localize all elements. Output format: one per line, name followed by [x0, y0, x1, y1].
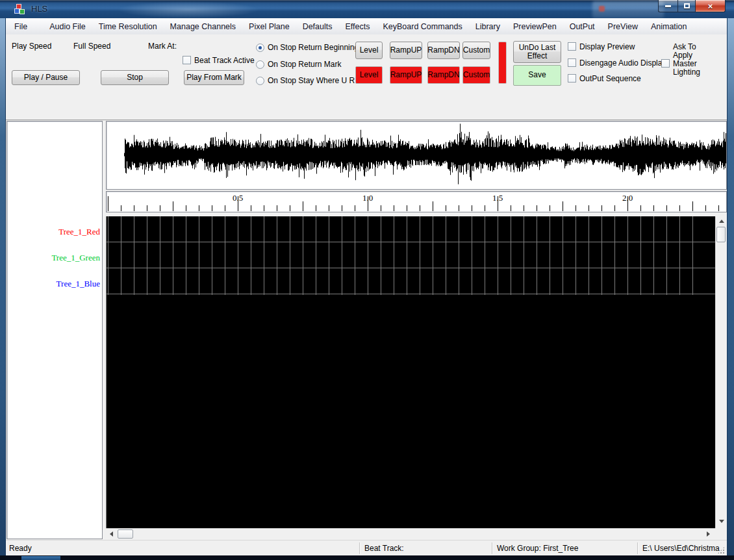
menu-bar: File Audio File Time Resolution Manage C…	[5, 18, 727, 35]
taskbar-strip	[0, 555, 734, 560]
menu-pixel-plane[interactable]: Pixel Plane	[242, 19, 296, 34]
status-work-group: Work Group: First_Tree	[497, 544, 578, 553]
menu-defaults[interactable]: Defaults	[296, 19, 339, 34]
status-separator	[637, 542, 638, 554]
menu-previewpen[interactable]: PreviewPen	[507, 19, 563, 34]
ask-to-apply-master-lighting-checkbox[interactable]	[661, 59, 670, 68]
effect-custom-red-button[interactable]: Custom	[462, 66, 490, 84]
disengage-audio-display-label: Disengage Audio Display	[579, 58, 666, 68]
menu-preview[interactable]: PreView	[601, 19, 644, 34]
channel-name-panel: Tree_1_Red Tree_1_Green Tree_1_Blue	[6, 121, 103, 539]
mark-at-label: Mark At:	[148, 42, 177, 51]
minimize-icon	[665, 5, 671, 7]
status-beat-track: Beat Track:	[364, 544, 404, 553]
channel-label-tree-1-green[interactable]: Tree_1_Green	[9, 253, 100, 263]
maximize-icon	[684, 3, 690, 8]
scroll-left-icon[interactable]	[110, 531, 113, 537]
status-separator	[492, 542, 492, 554]
window-border-left	[0, 18, 6, 555]
transport-toolbar: Play Speed Full Speed Mark At: Play / Pa…	[5, 34, 727, 120]
menu-file[interactable]: File	[8, 19, 34, 34]
close-button[interactable]: ×	[696, 0, 726, 12]
save-button[interactable]: Save	[513, 65, 561, 86]
play-speed-label: Play Speed	[12, 42, 51, 51]
vertical-scrollbar-thumb[interactable]	[716, 227, 726, 242]
background-window-icon	[599, 6, 605, 12]
radio-icon	[256, 44, 264, 52]
output-sequence-label: OutPut Sequence	[579, 74, 641, 83]
undo-last-effect-button[interactable]: UnDo Last Effect	[513, 41, 561, 63]
minimize-button[interactable]	[658, 0, 677, 12]
scroll-right-icon[interactable]	[707, 531, 710, 537]
output-sequence-checkbox[interactable]	[568, 74, 576, 83]
window-border-right	[727, 18, 734, 555]
radio-icon	[256, 60, 264, 69]
effect-rampdn-red-button[interactable]: RampDN	[427, 66, 460, 84]
scroll-down-icon[interactable]	[719, 520, 724, 523]
channel-label-tree-1-red[interactable]: Tree_1_Red	[9, 227, 100, 237]
effect-rampup-red-button[interactable]: RampUP	[390, 66, 422, 84]
status-bar: Ready Beat Track: Work Group: First_Tree…	[5, 540, 727, 556]
effect-rampdn-button[interactable]: RampDN	[427, 42, 460, 59]
status-separator	[359, 542, 360, 554]
play-from-mark-button[interactable]: Play From Mark	[184, 70, 244, 85]
app-icon[interactable]	[14, 4, 25, 15]
play-pause-button[interactable]: Play / Pause	[12, 70, 80, 85]
menu-animation[interactable]: Animation	[644, 19, 694, 34]
disengage-audio-display-checkbox[interactable]	[568, 58, 576, 67]
sequence-grid[interactable]	[106, 216, 715, 528]
effect-level-red-button[interactable]: Level	[355, 66, 383, 84]
menu-output[interactable]: OutPut	[563, 19, 601, 34]
title-bar[interactable]: HLS ×	[0, 0, 734, 18]
close-icon: ×	[708, 2, 713, 10]
window-title: HLS	[31, 4, 47, 14]
vertical-scrollbar[interactable]	[715, 216, 726, 528]
effect-level-button[interactable]: Level	[355, 42, 383, 59]
current-color-indicator	[498, 42, 507, 84]
menu-audio-file[interactable]: Audio File	[43, 19, 92, 34]
display-preview-checkbox[interactable]	[568, 42, 576, 51]
beat-track-active-label: Beat Track Active	[194, 56, 255, 65]
stop-button[interactable]: Stop	[101, 70, 169, 85]
menu-manage-channels[interactable]: Manage Channels	[164, 19, 242, 34]
sequence-grid-rows[interactable]	[107, 216, 715, 295]
maximize-button[interactable]	[677, 0, 696, 12]
beat-track-active-checkbox[interactable]	[183, 56, 191, 64]
effect-custom-button[interactable]: Custom	[462, 42, 490, 59]
horizontal-scrollbar[interactable]	[106, 528, 715, 539]
hls-window: HLS × File Audio File Time Resolution Ma…	[0, 0, 734, 560]
play-speed-value: Full Speed	[73, 42, 110, 51]
horizontal-scrollbar-thumb[interactable]	[118, 529, 133, 539]
menu-keyboard-commands[interactable]: KeyBoard Commands	[376, 19, 468, 34]
time-ruler-panel: 0.5 1.0 1.5 2.0	[106, 191, 727, 212]
audio-waveform-panel	[106, 121, 727, 190]
window-controls: ×	[658, 0, 726, 14]
menu-time-resolution[interactable]: Time Resolution	[92, 19, 164, 34]
time-ruler-ticks	[107, 192, 726, 212]
menu-effects[interactable]: Effects	[338, 19, 376, 34]
channel-label-tree-1-blue[interactable]: Tree_1_Blue	[9, 279, 100, 289]
status-ready: Ready	[9, 544, 32, 553]
scroll-up-icon[interactable]	[719, 220, 724, 223]
taskbar-item	[21, 556, 60, 560]
titlebar-glass-highlight	[117, 1, 260, 18]
radio-icon	[256, 77, 264, 85]
display-preview-label: Display Preview	[579, 42, 635, 51]
effect-rampup-button[interactable]: RampUP	[390, 42, 422, 59]
ask-to-apply-master-lighting-label: Ask To Apply Master Lighting	[673, 43, 700, 77]
status-file-path: E:\ Users\Ed\Christma	[642, 544, 720, 553]
audio-waveform[interactable]	[107, 121, 726, 189]
menu-library[interactable]: Library	[469, 19, 507, 34]
